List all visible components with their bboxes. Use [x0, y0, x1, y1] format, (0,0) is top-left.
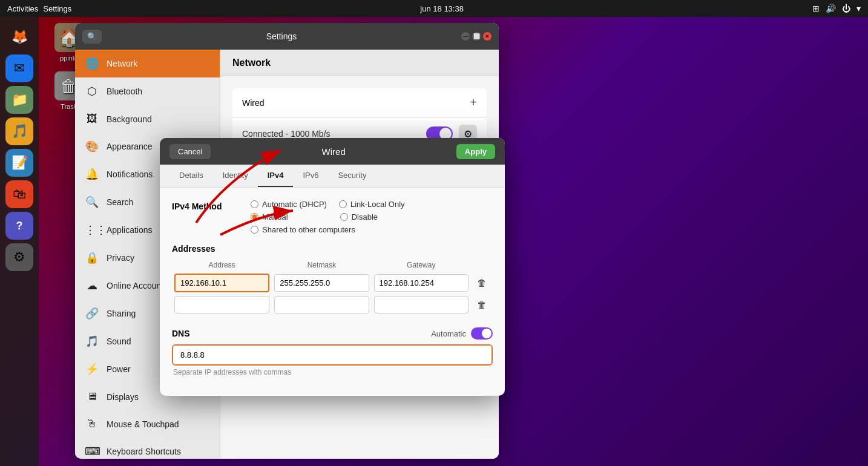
radio-auto-dhcp-input[interactable]	[251, 200, 258, 208]
sidebar-item-bluetooth[interactable]: ⬡ Bluetooth	[75, 77, 220, 105]
radio-shared[interactable]: Shared to other computers	[251, 225, 355, 234]
taskbar-help[interactable]: ?	[5, 212, 33, 240]
sidebar-item-applications-label: Applications	[107, 225, 153, 235]
sidebar-item-keyboard[interactable]: ⌨ Keyboard Shortcuts	[75, 438, 220, 459]
addresses-title: Addresses	[172, 244, 493, 254]
tab-ipv4[interactable]: IPv4	[258, 165, 294, 187]
dns-section: DNS Automatic Separate IP addresses with…	[172, 327, 493, 376]
radio-manual[interactable]: Manual	[251, 212, 288, 222]
settings-menu-label[interactable]: Settings	[43, 4, 71, 13]
sidebar-item-sharing-label: Sharing	[107, 309, 136, 318]
sidebar-item-network[interactable]: 🌐 Network	[75, 50, 220, 77]
taskbar-firefox[interactable]: 🦊	[5, 23, 33, 51]
sidebar-item-appearance-label: Appearance	[107, 142, 153, 151]
topbar-menu-icon[interactable]: ▾	[856, 4, 861, 13]
desktop: 🏠 ppinto 🗑 Trash 🔍 Settings — ⬜ ✕ 🌐 Ne	[39, 17, 868, 466]
tab-security[interactable]: Security	[328, 165, 376, 187]
radio-auto-dhcp-label: Automatic (DHCP)	[262, 200, 327, 209]
tab-ipv6[interactable]: IPv6	[293, 165, 328, 187]
taskbar-appstore[interactable]: 🛍	[5, 180, 33, 208]
sidebar-item-online-accounts-label: Online Accounts	[107, 281, 168, 290]
netmask-input-2[interactable]	[274, 296, 369, 313]
taskbar-settings[interactable]: ⚙	[5, 243, 33, 271]
netmask-input-1[interactable]	[274, 274, 369, 292]
dialog-title: Wired	[322, 146, 346, 157]
displays-icon: 🖥	[85, 390, 99, 403]
col-netmask: Netmask	[307, 261, 336, 269]
window-maximize-button[interactable]: ⬜	[472, 32, 481, 41]
radio-shared-label: Shared to other computers	[262, 225, 355, 234]
dns-auto-label: Automatic	[431, 329, 466, 338]
sidebar-item-sound-label: Sound	[107, 336, 131, 346]
radio-auto-dhcp[interactable]: Automatic (DHCP)	[251, 200, 327, 209]
power-icon[interactable]: ⏻	[842, 4, 850, 13]
sidebar-item-background[interactable]: 🖼 Background	[75, 105, 220, 133]
dns-input[interactable]	[173, 346, 492, 364]
sidebar-item-mouse[interactable]: 🖱 Mouse & Touchpad	[75, 410, 220, 438]
address-input-2[interactable]	[174, 296, 269, 313]
appearance-icon: 🎨	[85, 140, 99, 153]
wired-connection-status: Connected - 1000 Mb/s	[242, 129, 330, 139]
delete-address-1-button[interactable]: 🗑	[473, 275, 490, 292]
online-accounts-icon: ☁	[85, 279, 99, 292]
taskbar-files[interactable]: 📁	[5, 86, 33, 114]
network-icon: ⊞	[812, 4, 820, 13]
volume-icon[interactable]: 🔊	[826, 4, 836, 13]
search-icon: 🔍	[85, 195, 99, 209]
wired-dialog: Cancel Wired Apply Details Identity IPv4…	[160, 138, 505, 396]
radio-link-local[interactable]: Link-Local Only	[339, 200, 405, 209]
tab-details-label: Details	[179, 171, 203, 180]
dns-toggle-knob	[482, 329, 492, 338]
radio-disable-input[interactable]	[340, 213, 348, 221]
dialog-cancel-button[interactable]: Cancel	[169, 144, 211, 159]
sidebar-item-bluetooth-label: Bluetooth	[107, 87, 142, 96]
tab-details[interactable]: Details	[169, 165, 213, 187]
radio-disable[interactable]: Disable	[340, 212, 378, 222]
addresses-header: Address Netmask Gateway	[172, 258, 493, 272]
ipv4-options: Automatic (DHCP) Link-Local Only Manual	[251, 200, 493, 234]
radio-manual-input[interactable]	[251, 213, 258, 221]
col-address: Address	[209, 261, 235, 269]
taskbar-writer[interactable]: 📝	[5, 149, 33, 177]
ipv4-radio-row-3: Shared to other computers	[251, 225, 493, 234]
dns-hint: Separate IP addresses with commas	[172, 368, 493, 376]
activities-label[interactable]: Activities	[7, 4, 38, 13]
tab-security-label: Security	[338, 171, 366, 180]
gateway-input-2[interactable]	[374, 296, 469, 313]
tab-identity[interactable]: Identity	[213, 165, 258, 187]
wired-add-button[interactable]: +	[470, 96, 477, 110]
delete-address-2-button[interactable]: 🗑	[473, 297, 490, 313]
dns-toggle[interactable]	[471, 327, 493, 340]
sidebar-item-notifications-label: Notifications	[107, 169, 153, 179]
sidebar-item-power-label: Power	[107, 364, 131, 374]
background-icon: 🖼	[85, 113, 99, 125]
dns-input-wrap	[172, 344, 493, 366]
gateway-input-1[interactable]	[374, 274, 469, 292]
settings-titlebar: 🔍 Settings — ⬜ ✕	[75, 23, 499, 50]
applications-icon: ⋮⋮	[85, 223, 99, 237]
radio-link-local-label: Link-Local Only	[350, 200, 405, 209]
address-input-1[interactable]	[174, 274, 269, 292]
address-row-1: 🗑	[172, 272, 493, 294]
dns-auto-control: Automatic	[431, 327, 493, 340]
radio-shared-input[interactable]	[251, 226, 258, 234]
radio-link-local-input[interactable]	[339, 200, 347, 208]
ipv4-radio-row-2: Manual Disable	[251, 212, 493, 222]
wired-section-title: Wired	[242, 98, 265, 108]
keyboard-icon: ⌨	[85, 445, 99, 458]
ipv4-method-section: IPv4 Method Automatic (DHCP) Link-Local …	[172, 200, 493, 234]
topbar: Activities Settings jun 18 13:38 ⊞ 🔊 ⏻ ▾	[0, 0, 868, 17]
dns-title: DNS	[172, 329, 190, 338]
dialog-apply-button[interactable]: Apply	[456, 144, 495, 159]
settings-search-bar[interactable]: 🔍	[82, 30, 102, 44]
window-minimize-button[interactable]: —	[461, 32, 470, 41]
dialog-titlebar: Cancel Wired Apply	[160, 138, 505, 165]
privacy-icon: 🔒	[85, 251, 99, 264]
tab-ipv6-label: IPv6	[303, 171, 318, 180]
col-gateway: Gateway	[407, 261, 435, 269]
taskbar-email[interactable]: ✉	[5, 54, 33, 82]
window-close-button[interactable]: ✕	[483, 32, 492, 41]
ipv4-radio-row-1: Automatic (DHCP) Link-Local Only	[251, 200, 493, 209]
taskbar-music[interactable]: 🎵	[5, 117, 33, 145]
addresses-section: Addresses Address Netmask Gateway 🗑	[172, 244, 493, 315]
